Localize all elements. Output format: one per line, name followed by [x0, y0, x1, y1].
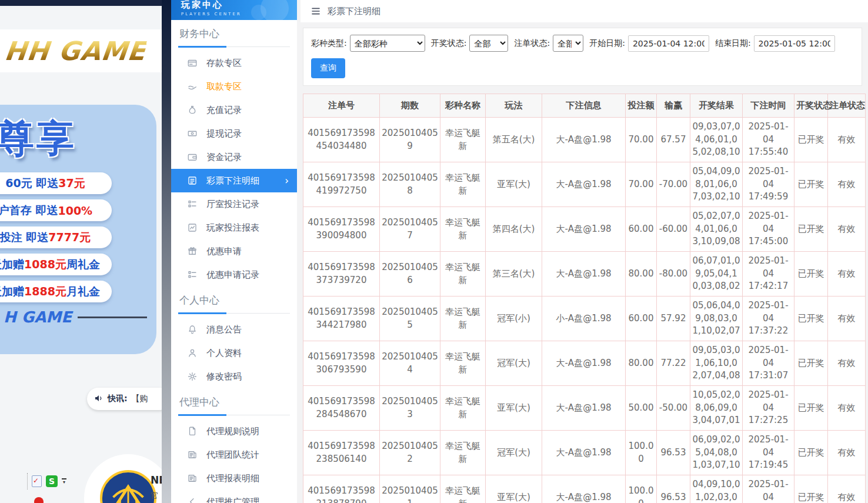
table-row: 40156917359823850614020250104052幸运飞艇新冠军(…	[303, 431, 866, 475]
cell-bet-amount: 80.00	[626, 341, 657, 386]
dropdown-arrow-icon[interactable]: ▾	[62, 478, 66, 484]
cell-draw-status: 已开奖	[794, 252, 828, 297]
doc-lines-icon	[187, 175, 198, 186]
sidebar-item-recharge-record[interactable]: 充值记录	[171, 98, 297, 122]
hero-footer-logo: H GAME	[4, 308, 156, 326]
speaker-icon	[94, 394, 104, 405]
draw-status-select[interactable]: 全部	[469, 35, 508, 52]
cell-period: 20250104059	[380, 118, 440, 162]
sidebar-shadow	[162, 0, 171, 503]
sidebar-item-lottery-bet-details[interactable]: 彩票下注明细›	[171, 169, 297, 192]
top-navy-strip	[0, 0, 163, 6]
promo-hero-headline: 尊享	[0, 113, 156, 164]
cell-play-type: 第三名(大)	[486, 252, 542, 297]
cell-bet-time: 2025-01-04 17:45:00	[743, 207, 794, 252]
sidebar-item-funds-record[interactable]: 资金记录	[171, 145, 297, 169]
cell-draw-result: 06,09,02,05,04,08,01,03,07,10	[690, 431, 743, 475]
sidebar-header: 玩家中心 PLAYERS CENTER	[171, 0, 297, 20]
sidebar-item-label: 消息公告	[206, 324, 242, 335]
cell-order-status: 有效	[828, 207, 866, 252]
table-row: 40156917359845403448020250104059幸运飞艇新第五名…	[303, 118, 866, 162]
search-button[interactable]: 查询	[311, 58, 345, 78]
sidebar-item-label: 彩票下注明细	[206, 175, 259, 186]
sidebar-item-agent-report-details[interactable]: 代理报表明细	[171, 467, 297, 490]
promo-pill-text: 60元 即送	[5, 176, 58, 191]
sidebar-item-profile[interactable]: 个人资料	[171, 341, 297, 365]
sidebar-item-agent-promotion[interactable]: 代理推广管理	[171, 490, 297, 503]
chevron-right-icon: ›	[285, 176, 289, 186]
cell-order-no: 401569173598344217980	[303, 297, 380, 341]
order-status-select[interactable]: 全部	[553, 35, 583, 52]
col-period: 期数	[380, 94, 440, 118]
menu-icon[interactable]	[311, 6, 321, 16]
sidebar-item-withdraw-zone[interactable]: 取款专区	[171, 75, 297, 98]
news-label: 快讯:	[108, 394, 128, 404]
sidebar-item-label: 取款专区	[206, 81, 242, 92]
cell-period: 20250104054	[380, 341, 440, 386]
sidebar-section-title: 代理中心	[171, 388, 297, 408]
end-date-input[interactable]	[754, 35, 835, 52]
cell-play-type: 冠军(大)	[486, 431, 542, 475]
hand-icon	[187, 81, 198, 92]
col-draw-result: 开奖结果	[690, 94, 743, 118]
cell-draw-status: 已开奖	[794, 431, 828, 475]
sidebar-item-promo-apply-record[interactable]: 优惠申请记录	[171, 263, 297, 287]
sidebar-item-cashout-record[interactable]: 提现记录	[171, 122, 297, 145]
sidebar-item-label: 厅室投注记录	[206, 199, 259, 210]
banknote-icon	[187, 128, 198, 139]
cell-bet-info: 大-A盘@1.98	[542, 386, 626, 431]
cell-draw-status: 已开奖	[794, 341, 828, 386]
file-icon	[187, 426, 198, 437]
col-win-loss: 输赢	[657, 94, 690, 118]
lottery-type-select[interactable]: 全部彩种	[350, 35, 425, 52]
sidebar-item-hall-bet-record[interactable]: 厅室投注记录	[171, 192, 297, 216]
card-icon	[187, 58, 198, 68]
promo-pill-text: 100%	[58, 204, 92, 217]
cell-play-type: 冠军(大)	[486, 341, 542, 386]
cell-bet-amount: 70.00	[626, 118, 657, 162]
sidebar-item-deposit-zone[interactable]: 存款专区	[171, 51, 297, 75]
notepad-check-icon[interactable]	[32, 475, 42, 487]
browser-mini-icons[interactable]: S ▾	[27, 473, 66, 489]
promo-hero-card: 尊享 60元 即送37元户首存 即送100%投注 即送7777元天加赠1088元…	[0, 105, 156, 354]
sidebar-item-agent-team-stats[interactable]: 代理团队统计	[171, 443, 297, 467]
cell-period: 20250104053	[380, 386, 440, 431]
team-text-line2: 官	[151, 491, 158, 501]
cell-bet-amount: 50.00	[626, 386, 657, 431]
sidebar-item-player-bet-report[interactable]: 玩家投注报表	[171, 216, 297, 239]
sidebar-menu: 财务中心存款专区取款专区充值记录提现记录资金记录彩票下注明细›厅室投注记录玩家投…	[171, 20, 297, 503]
cell-win-loss: 77.22	[657, 341, 690, 386]
sidebar-item-change-password[interactable]: 修改密码	[171, 365, 297, 388]
checklist-icon	[187, 199, 198, 209]
hero-footer-logo-text: H GAME	[4, 308, 72, 326]
cell-order-no: 401569173598213878790	[303, 475, 380, 503]
start-date-input[interactable]	[628, 35, 709, 52]
cell-order-status: 有效	[828, 431, 866, 475]
sidebar-item-messages[interactable]: 消息公告	[171, 318, 297, 341]
cell-order-no: 401569173598284548670	[303, 386, 380, 431]
sidebar-item-promo-apply[interactable]: 优惠申请	[171, 239, 297, 263]
site-logo-bar: HH GAME	[0, 29, 163, 72]
gift-icon	[187, 246, 198, 257]
cell-bet-info: 大-A盘@1.98	[542, 431, 626, 475]
cell-order-no: 401569173598390094800	[303, 207, 380, 252]
cell-draw-status: 已开奖	[794, 386, 828, 431]
player-center-sidebar: 玩家中心 PLAYERS CENTER 财务中心存款专区取款专区充值记录提现记录…	[171, 0, 297, 503]
cell-order-status: 有效	[828, 386, 866, 431]
cell-bet-info: 大-A盘@1.98	[542, 162, 626, 207]
page-title: 彩票下注明细	[328, 6, 380, 17]
cell-win-loss: -80.00	[657, 252, 690, 297]
col-lottery-name: 彩种名称	[440, 94, 486, 118]
green-s-icon[interactable]: S	[46, 475, 58, 487]
cell-draw-result: 10,05,02,08,06,09,03,04,07,01	[690, 386, 743, 431]
sidebar-item-agent-rules[interactable]: 代理规则说明	[171, 419, 297, 443]
news-ticker[interactable]: 快讯: 【购	[87, 388, 163, 410]
red-badge-icon	[34, 497, 44, 503]
table-row: 40156917359841997275020250104058幸运飞艇新亚军(…	[303, 162, 866, 207]
cell-bet-time: 2025-01-04 17:42:17	[743, 252, 794, 297]
promo-pill-text: 天加赠	[0, 284, 24, 299]
cell-win-loss: 96.53	[657, 475, 690, 503]
cell-bet-time: 2025-01-04 17:27:25	[743, 386, 794, 431]
cell-order-no: 401569173598306793590	[303, 341, 380, 386]
col-bet-time: 下注时间	[743, 94, 794, 118]
